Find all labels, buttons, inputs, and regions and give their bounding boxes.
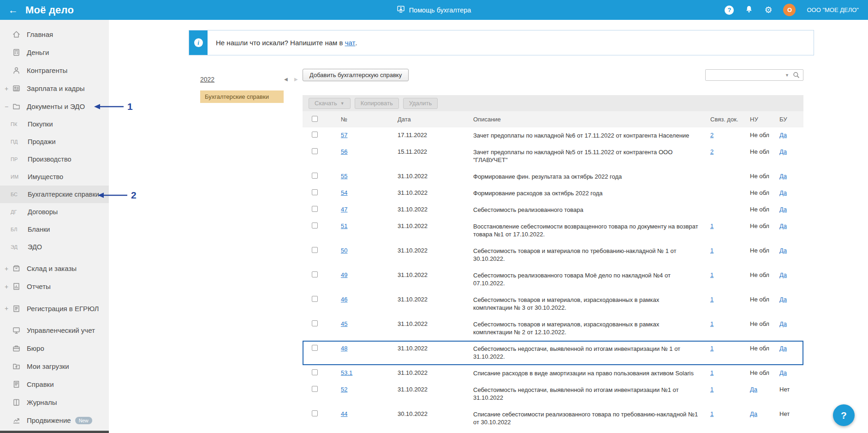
sidebar-subitem-ПК[interactable]: ПКПокупки [0,115,109,133]
search-dropdown-icon[interactable]: ▼ [782,73,792,78]
row-checkbox[interactable] [312,296,318,302]
sidebar-subitem-БС[interactable]: БСБухгалтерские справки [0,186,109,203]
add-certificate-button[interactable]: Добавить бухгалтерскую справку [303,69,409,81]
related-docs-link[interactable]: 1 [710,247,713,254]
row-checkbox[interactable] [312,132,318,138]
bu-link[interactable]: Да [779,296,787,303]
row-checkbox[interactable] [312,189,318,195]
sidebar-item-18[interactable]: Мои загрузки [0,357,109,375]
delete-button[interactable]: Удалить [403,98,438,109]
related-docs-link[interactable]: 1 [710,345,713,352]
row-checkbox[interactable] [312,173,318,179]
sidebar-item-13[interactable]: +Склад и заказы [0,259,109,277]
row-number-link[interactable]: 50 [341,247,347,254]
nu-link[interactable]: Да [750,386,757,393]
bu-link[interactable]: Да [779,320,787,327]
bu-link[interactable]: Да [779,173,787,180]
expand-toggle-icon[interactable]: + [4,265,9,272]
tab-accounting-certificates[interactable]: Бухгалтерские справки [200,90,284,103]
sidebar-subitem-ИМ[interactable]: ИМИмущество [0,168,109,186]
sidebar-subitem-ПР[interactable]: ПРПроизводство [0,150,109,168]
help-icon[interactable]: ? [725,6,734,15]
sidebar-item-20[interactable]: Журналы [0,393,109,411]
related-docs-link[interactable]: 2 [710,148,713,155]
expand-toggle-icon[interactable]: + [4,305,9,312]
avatar[interactable]: О [783,4,796,16]
row-number-link[interactable]: 48 [341,345,347,352]
sidebar-item-1[interactable]: Деньги [0,43,109,61]
bu-link[interactable]: Да [779,206,787,213]
bu-link[interactable]: Да [779,247,787,254]
row-number-link[interactable]: 55 [341,173,347,180]
bu-link[interactable]: Да [779,223,787,229]
sidebar-item-0[interactable]: Главная [0,25,109,43]
row-number-link[interactable]: 52 [341,386,347,393]
back-arrow-icon[interactable]: ← [8,5,18,15]
sidebar-item-4[interactable]: −Документы и ЭДО [0,97,109,115]
bu-link[interactable]: Да [779,132,787,138]
row-number-link[interactable]: 56 [341,148,347,155]
bu-link[interactable]: Да [779,189,787,196]
sidebar-item-21[interactable]: ПродвижениеNew [0,411,109,429]
sidebar-item-2[interactable]: Контрагенты [0,61,109,79]
related-docs-link[interactable]: 1 [710,296,713,303]
row-checkbox[interactable] [312,148,318,154]
related-docs-link[interactable]: 1 [710,223,713,229]
search-input[interactable] [706,70,782,80]
gear-icon[interactable]: ⚙ [764,5,772,15]
helper-menu[interactable]: Помощь бухгалтера [397,0,471,20]
year-filter[interactable]: 2022 [200,76,214,83]
support-fab-button[interactable]: ? [833,404,855,426]
related-docs-link[interactable]: 1 [710,271,713,278]
sidebar-subitem-ПД[interactable]: ПДПродажи [0,133,109,150]
row-checkbox[interactable] [312,223,318,229]
related-docs-link[interactable]: 1 [710,320,713,327]
sidebar-item-17[interactable]: Бюро [0,339,109,357]
row-number-link[interactable]: 53.1 [341,369,352,376]
bell-icon[interactable] [745,5,753,15]
sidebar-item-3[interactable]: +Зарплата и кадры [0,79,109,97]
related-docs-link[interactable]: 1 [710,410,713,417]
row-checkbox[interactable] [312,206,318,212]
expand-toggle-icon[interactable]: − [4,103,9,110]
row-checkbox[interactable] [312,271,318,277]
sidebar-subitem-ЭД[interactable]: ЭДЭДО [0,238,109,256]
sidebar-item-16[interactable]: Управленческий учет [0,321,109,339]
row-number-link[interactable]: 51 [341,223,347,229]
bu-link[interactable]: Да [779,148,787,155]
next-year-icon[interactable]: ▶ [294,77,298,82]
row-number-link[interactable]: 46 [341,296,347,303]
sidebar-subitem-БЛ[interactable]: БЛБланки [0,221,109,238]
company-name[interactable]: ООО "МОЕ ДЕЛО" [807,6,859,13]
sidebar-item-15[interactable]: +Регистрация в ЕГРЮЛ [0,295,109,321]
download-button[interactable]: Скачать▼ [309,98,351,109]
bu-link[interactable]: Да [779,271,787,278]
prev-year-icon[interactable]: ◀ [284,77,288,82]
app-logo[interactable]: Моё дело [25,4,74,16]
bu-link[interactable]: Да [779,369,787,376]
row-checkbox[interactable] [312,410,318,416]
copy-button[interactable]: Копировать [355,98,399,109]
expand-toggle-icon[interactable]: + [4,283,9,290]
row-number-link[interactable]: 54 [341,189,347,196]
row-checkbox[interactable] [312,345,318,351]
nu-link[interactable]: Да [750,410,757,417]
sidebar-item-19[interactable]: Справки [0,375,109,393]
row-checkbox[interactable] [312,247,318,253]
expand-toggle-icon[interactable]: + [4,85,9,92]
row-number-link[interactable]: 49 [341,271,347,278]
select-all-checkbox[interactable] [312,116,318,122]
row-number-link[interactable]: 44 [341,410,347,417]
sidebar-item-14[interactable]: +Отчеты [0,277,109,295]
row-number-link[interactable]: 57 [341,132,347,138]
row-checkbox[interactable] [312,369,318,375]
chat-link[interactable]: чат [345,39,356,47]
related-docs-link[interactable]: 1 [710,386,713,393]
related-docs-link[interactable]: 2 [710,132,713,138]
row-number-link[interactable]: 45 [341,320,347,327]
bu-link[interactable]: Да [779,345,787,352]
row-checkbox[interactable] [312,386,318,392]
sidebar-scrollbar[interactable] [0,431,109,433]
row-number-link[interactable]: 47 [341,206,347,213]
row-checkbox[interactable] [312,320,318,326]
